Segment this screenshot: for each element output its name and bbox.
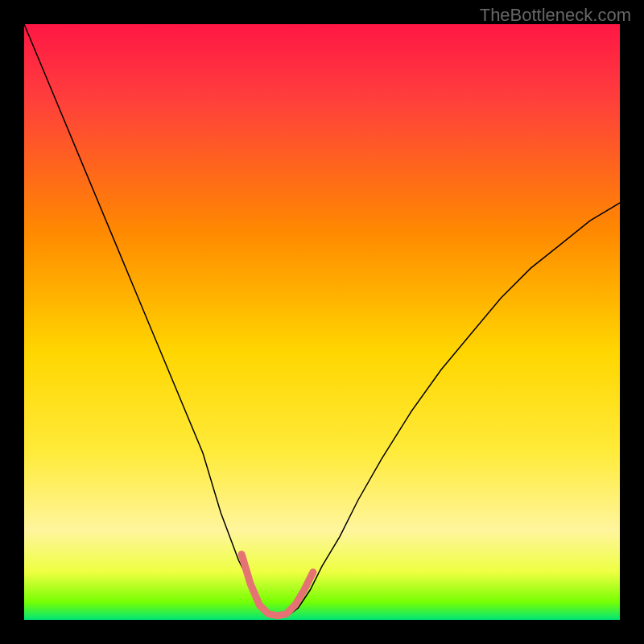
bottleneck-chart — [24, 24, 620, 620]
watermark-label: TheBottleneck.com — [480, 5, 631, 26]
chart-container: TheBottleneck.com — [0, 0, 644, 644]
gradient-background — [24, 24, 620, 620]
